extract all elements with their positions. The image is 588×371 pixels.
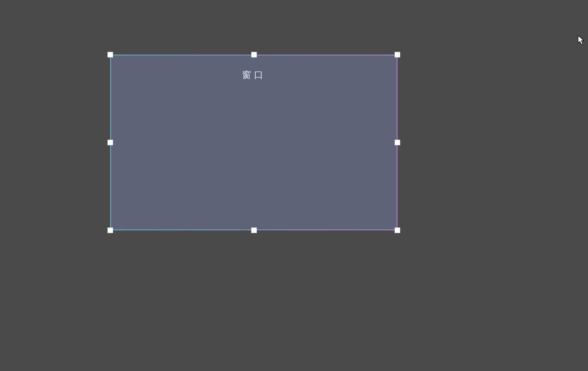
selected-window-panel[interactable]: 窗口 bbox=[110, 55, 397, 230]
resize-handle-w[interactable] bbox=[107, 140, 113, 145]
resize-handle-e[interactable] bbox=[395, 140, 400, 145]
resize-handle-ne[interactable] bbox=[395, 52, 400, 57]
panel-title: 窗口 bbox=[111, 69, 397, 81]
resize-handle-s[interactable] bbox=[251, 227, 257, 233]
resize-handle-sw[interactable] bbox=[107, 227, 113, 233]
editor-canvas[interactable]: 窗口 bbox=[0, 0, 588, 371]
resize-handle-se[interactable] bbox=[395, 227, 400, 233]
mouse-cursor-icon bbox=[578, 35, 585, 47]
panel-body: 窗口 bbox=[111, 55, 397, 230]
resize-handle-nw[interactable] bbox=[107, 52, 113, 57]
resize-handle-n[interactable] bbox=[251, 52, 257, 57]
